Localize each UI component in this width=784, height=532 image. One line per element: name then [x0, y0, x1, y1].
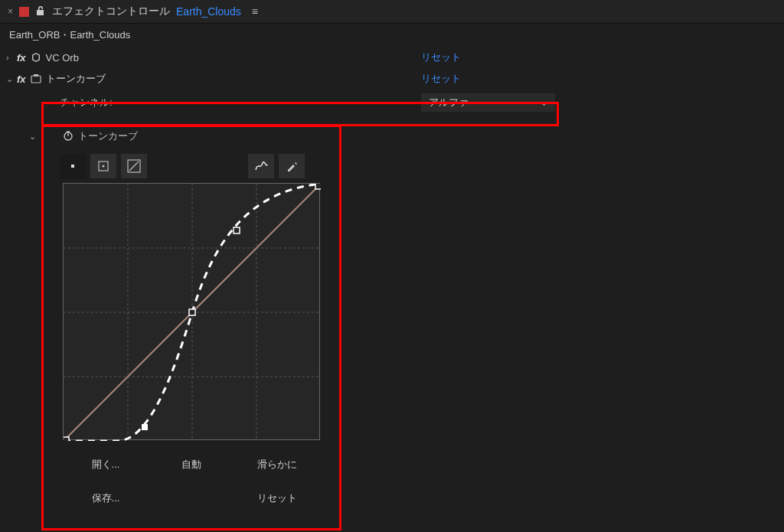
reset-link-curves[interactable]: リセット — [421, 72, 461, 86]
curve-buttons: 開く... 自動 滑らかに 保存... リセット — [63, 448, 320, 515]
svg-rect-18 — [234, 227, 240, 233]
channel-dropdown-value: アルファ — [429, 96, 469, 109]
chevron-down-icon: ⌄ — [541, 98, 547, 108]
open-button[interactable]: 開く... — [63, 448, 149, 481]
panel-menu-icon[interactable]: ≡ — [252, 5, 258, 18]
cube-icon — [31, 52, 41, 63]
recording-indicator — [19, 7, 29, 17]
reset-button[interactable]: リセット — [234, 481, 320, 515]
svg-rect-17 — [189, 309, 195, 315]
layer-link[interactable]: Earth_Clouds — [176, 5, 241, 18]
blank-cell — [149, 481, 234, 515]
effect-name-vcorb[interactable]: VC Orb — [46, 52, 79, 64]
reset-link-vcorb[interactable]: リセット — [421, 51, 461, 64]
channel-dropdown[interactable]: アルファ ⌄ — [421, 93, 555, 112]
svg-rect-1 — [34, 74, 38, 77]
panel-title: エフェクトコントロール — [52, 5, 170, 18]
save-button[interactable]: 保存... — [63, 481, 149, 515]
fx-badge[interactable]: fx — [17, 52, 26, 64]
svg-rect-19 — [142, 424, 148, 430]
fx-badge[interactable]: fx — [17, 73, 26, 85]
twirl-collapsed-icon[interactable]: › — [6, 53, 17, 62]
effect-row-curves: ⌄ fx トーンカーブ リセット — [0, 68, 784, 90]
curve-tool-point[interactable] — [60, 154, 86, 178]
svg-point-5 — [103, 165, 105, 168]
curves-property-row: ⌄ トーンカーブ — [29, 126, 784, 146]
curve-graph[interactable] — [63, 183, 320, 440]
auto-button[interactable]: 自動 — [149, 448, 234, 481]
lock-icon[interactable] — [35, 5, 46, 18]
svg-rect-0 — [31, 76, 41, 83]
smooth-button[interactable]: 滑らかに — [234, 448, 320, 481]
curve-tool-pencil[interactable] — [279, 154, 305, 178]
curves-toolbar — [60, 154, 784, 178]
stopwatch-icon[interactable] — [63, 130, 74, 143]
svg-rect-15 — [64, 437, 69, 441]
effect-name-curves[interactable]: トーンカーブ — [46, 72, 106, 86]
twirl-expanded-icon[interactable]: ⌄ — [6, 74, 17, 84]
close-icon[interactable]: × — [8, 6, 13, 17]
channel-label: チャンネル: — [6, 96, 113, 109]
channel-row: チャンネル: アルファ ⌄ — [0, 90, 784, 116]
twirl-expanded-icon[interactable]: ⌄ — [29, 132, 40, 142]
effect-row-vcorb: › fx VC Orb リセット — [0, 47, 784, 68]
curves-property-label[interactable]: トーンカーブ — [78, 129, 138, 143]
preset-icon[interactable] — [31, 73, 41, 84]
curve-tool-linear[interactable] — [90, 154, 116, 178]
curve-tool-smooth[interactable] — [248, 154, 274, 178]
svg-line-7 — [129, 162, 139, 171]
svg-rect-16 — [315, 184, 321, 189]
panel-header: × エフェクトコントロール Earth_Clouds ≡ — [0, 0, 784, 24]
svg-rect-3 — [71, 165, 74, 168]
curve-tool-free[interactable] — [121, 154, 147, 178]
breadcrumb: Earth_ORB・Earth_Clouds — [0, 24, 784, 47]
